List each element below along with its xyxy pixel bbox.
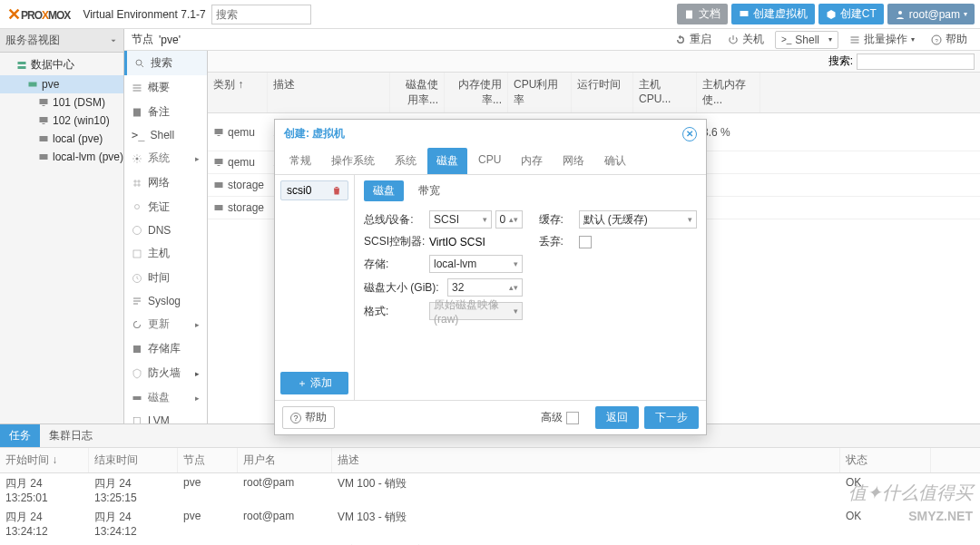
log-icon xyxy=(132,296,142,307)
col-uptime[interactable]: 运行时间 xyxy=(572,73,633,112)
list-icon xyxy=(132,83,142,93)
next-button[interactable]: 下一步 xyxy=(644,406,699,429)
wizard-tab-6[interactable]: 网络 xyxy=(554,148,593,174)
list-icon xyxy=(849,34,860,45)
menu-disks[interactable]: 磁盘▸ xyxy=(124,385,207,410)
svg-rect-14 xyxy=(133,345,141,353)
tree-header[interactable]: 服务器视图 xyxy=(0,29,123,53)
bulk-button[interactable]: 批量操作▾ xyxy=(844,30,920,49)
tcol-node[interactable]: 节点 xyxy=(178,448,238,472)
wizard-tab-4[interactable]: CPU xyxy=(469,148,510,174)
menu-shell[interactable]: >_Shell xyxy=(124,124,207,146)
col-disk[interactable]: 磁盘使用率... xyxy=(390,73,445,112)
task-row[interactable]: 四月 24 13:24:12四月 24 13:24:12pveroot@pamV… xyxy=(0,507,980,540)
task-row[interactable]: 四月 24 13:25:01四月 24 13:25:15pveroot@pamV… xyxy=(0,473,980,507)
col-hostcpu[interactable]: 主机CPU... xyxy=(633,73,697,112)
bus-index[interactable]: 0▴▾ xyxy=(495,210,523,229)
size-input[interactable]: 32▴▾ xyxy=(447,278,523,297)
create-ct-button[interactable]: 创建CT xyxy=(818,4,884,24)
global-search-input[interactable] xyxy=(211,5,311,24)
create-vm-dialog: 创建: 虚拟机 ✕ 常规操作系统系统磁盘CPU内存网络确认 scsi0 添加 磁… xyxy=(274,119,707,435)
wizard-tab-0[interactable]: 常规 xyxy=(280,148,320,174)
menu-hosts[interactable]: 主机 xyxy=(124,241,207,266)
menu-summary[interactable]: 概要 xyxy=(124,75,207,100)
col-hostmem[interactable]: 主机内存使... xyxy=(697,73,760,112)
col-cpu[interactable]: CPU利用率 xyxy=(508,73,572,112)
tab-cluster-log[interactable]: 集群日志 xyxy=(40,424,102,447)
cert-icon xyxy=(132,202,142,213)
menu-network[interactable]: 网络 xyxy=(124,170,207,195)
monitor-icon xyxy=(213,127,224,138)
docs-button[interactable]: 文档 xyxy=(677,4,728,24)
menu-certs[interactable]: 凭证 xyxy=(124,195,207,219)
col-type[interactable]: 类别 ↑ xyxy=(208,73,268,112)
create-vm-button[interactable]: 创建虚拟机 xyxy=(731,4,815,24)
menu-syslog[interactable]: Syslog xyxy=(124,290,207,312)
back-button[interactable]: 返回 xyxy=(595,406,639,429)
storage-select[interactable]: local-lvm▾ xyxy=(429,255,523,273)
menu-firewall[interactable]: 防火墙▸ xyxy=(124,361,207,385)
dialog-title: 创建: 虚拟机 xyxy=(284,126,345,141)
tcol-status[interactable]: 状态 xyxy=(840,448,931,472)
search-icon xyxy=(134,58,145,69)
tree-vm-102[interactable]: 102 (win10) xyxy=(0,112,123,130)
reboot-button[interactable]: 重启 xyxy=(670,30,717,49)
bus-select[interactable]: SCSI▾ xyxy=(429,210,492,229)
wizard-tab-7[interactable]: 确认 xyxy=(595,148,635,174)
shutdown-button[interactable]: 关机 xyxy=(722,30,769,49)
tab-tasks[interactable]: 任务 xyxy=(0,424,40,447)
col-desc[interactable]: 描述 xyxy=(268,73,390,112)
help-button[interactable]: ?帮助 xyxy=(282,406,335,429)
server-tree-panel: 服务器视图 数据中心 pve 101 (DSM) 102 (win10) loc… xyxy=(0,29,124,423)
trash-icon[interactable] xyxy=(331,185,342,196)
menu-repos[interactable]: 存储库 xyxy=(124,336,207,361)
col-mem[interactable]: 内存使用率... xyxy=(445,73,508,112)
refresh-icon xyxy=(132,319,142,330)
svg-rect-5 xyxy=(29,83,37,87)
close-button[interactable]: ✕ xyxy=(682,127,697,141)
shell-button[interactable]: >_Shell▾ xyxy=(775,31,838,49)
node-name: 'pve' xyxy=(159,34,181,46)
wizard-tab-2[interactable]: 系统 xyxy=(386,148,426,174)
tcol-end[interactable]: 结束时间 xyxy=(89,448,178,472)
tree-storage-lvm[interactable]: local-lvm (pve) xyxy=(0,148,123,166)
content-search-input[interactable] xyxy=(857,54,975,70)
tcol-start[interactable]: 开始时间 ↓ xyxy=(0,448,89,472)
shield-icon xyxy=(132,368,142,379)
tree-datacenter[interactable]: 数据中心 xyxy=(0,54,123,75)
disk-item-scsi0[interactable]: scsi0 xyxy=(280,180,348,200)
menu-notes[interactable]: 备注 xyxy=(124,100,207,124)
user-menu[interactable]: root@pam▾ xyxy=(887,4,975,24)
advanced-toggle[interactable]: 高级 xyxy=(530,406,590,429)
subtab-bandwidth[interactable]: 带宽 xyxy=(409,180,449,201)
scsi-value: VirtIO SCSI xyxy=(429,236,485,248)
label-bus: 总线/设备: xyxy=(364,212,426,228)
tree-vm-101[interactable]: 101 (DSM) xyxy=(0,93,123,112)
menu-lvm[interactable]: LVM xyxy=(124,410,207,423)
tcol-user[interactable]: 用户名 xyxy=(238,448,332,472)
menu-time[interactable]: 时间 xyxy=(124,266,207,290)
repo-icon xyxy=(132,344,142,355)
host-icon xyxy=(132,248,142,259)
wizard-tab-5[interactable]: 内存 xyxy=(512,148,552,174)
tree-storage-local[interactable]: local (pve) xyxy=(0,130,123,148)
discard-checkbox[interactable] xyxy=(579,236,592,248)
menu-dns[interactable]: DNS xyxy=(124,219,207,241)
help-button[interactable]: ?帮助 xyxy=(926,30,973,49)
menu-system[interactable]: 系统▸ xyxy=(124,146,207,170)
chevron-down-icon xyxy=(109,36,118,45)
label-format: 格式: xyxy=(364,304,426,319)
menu-updates[interactable]: 更新▸ xyxy=(124,312,207,336)
wizard-tab-3[interactable]: 磁盘 xyxy=(427,148,467,174)
tcol-desc[interactable]: 描述 xyxy=(332,448,840,472)
wizard-tab-1[interactable]: 操作系统 xyxy=(322,148,384,174)
subtab-disk[interactable]: 磁盘 xyxy=(364,180,404,201)
book-icon xyxy=(684,9,695,20)
cache-select[interactable]: 默认 (无缓存)▾ xyxy=(579,210,698,229)
task-row[interactable]: 四月 24 04:26:13四月 24 04:28:13pveroot@pam更… xyxy=(0,540,980,545)
watermark: 值✦什么值得买 xyxy=(848,481,973,505)
add-disk-button[interactable]: 添加 xyxy=(280,372,348,394)
tree-node-pve[interactable]: pve xyxy=(0,75,123,93)
menu-search[interactable]: 搜索 xyxy=(124,51,207,75)
globe-icon xyxy=(132,225,142,236)
